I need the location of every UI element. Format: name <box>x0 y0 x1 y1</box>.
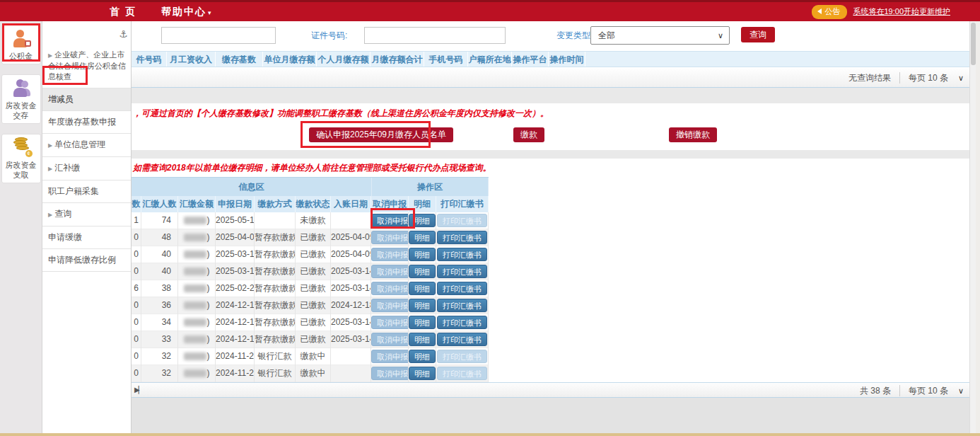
redacted-amount <box>184 268 206 275</box>
declare-date-cell: 2025-03-14 <box>216 246 255 263</box>
column-header: 缴存基数 <box>216 52 263 67</box>
sidebar-item-huanjiao[interactable]: 申请缓缴 <box>42 226 131 249</box>
anchor-pin-icon[interactable]: ⚓ <box>119 28 128 40</box>
entry-date-cell: 2024-12-18 <box>331 297 371 314</box>
cert-number-input[interactable] <box>364 27 506 44</box>
declare-date-cell: 2025-04-09 <box>216 229 255 246</box>
print-cell: 打印汇缴书 <box>436 280 489 297</box>
detail-cell: 明细 <box>409 348 436 365</box>
remit-people-cell: 36 <box>141 297 178 314</box>
top-nav-bar: 首 页 帮助中心▾ 公告 系统将在19:00开始更新维护 <box>0 0 980 21</box>
detail-button[interactable]: 明细 <box>409 299 436 312</box>
maintenance-notice-link[interactable]: 系统将在19:00开始更新维护 <box>853 6 950 17</box>
detail-cell: 明细 <box>409 331 436 348</box>
sidebar-item-hecha[interactable]: ▶企业破产、企业上市合法合规住房公积金信息核查 <box>42 44 131 88</box>
declare-date-cell: 2024-11-22 <box>216 348 255 365</box>
rail-item-gongjijin[interactable]: 公积金 <box>1 25 41 64</box>
detail-button[interactable]: 明细 <box>409 333 436 346</box>
coins-icon: ¢ <box>11 139 31 157</box>
change-type-select[interactable]: 全部 ∨ <box>590 26 730 45</box>
sidebar-item-chaxun[interactable]: ▶查询 <box>42 203 131 226</box>
pay-method-cell: 暂存款缴款 <box>255 246 296 263</box>
rail-item-label: 交存 <box>2 110 40 120</box>
chevron-down-icon: ▾ <box>208 9 211 16</box>
declare-date-cell: 2024-11-21 <box>216 365 255 382</box>
vertical-scrollbar[interactable] <box>969 21 976 433</box>
search-button[interactable]: 查询 <box>741 27 775 42</box>
amount-suffix: ) <box>207 317 210 327</box>
remittance-table-columns: 数汇缴人数汇缴金额申报日期缴款方式缴款状态入账日期取消申报明细打印汇缴书 <box>132 196 489 212</box>
cancel-declare-cell: 取消申报 <box>371 365 409 382</box>
amount-suffix: ) <box>207 215 210 225</box>
pay-method-cell: 暂存款缴款 <box>255 331 296 348</box>
print-remit-book-button[interactable]: 打印汇缴书 <box>437 316 487 329</box>
unit-filter-input[interactable] <box>161 27 276 44</box>
people-icon <box>11 79 31 98</box>
detail-button[interactable]: 明细 <box>409 214 436 227</box>
print-remit-book-button[interactable]: 打印汇缴书 <box>437 265 487 278</box>
detail-button[interactable]: 明细 <box>409 316 436 329</box>
members-table-header: 件号码月工资收入缴存基数单位月缴存额个人月缴存额月缴存额合计手机号码户籍所在地操… <box>132 51 969 67</box>
pay-status-cell: 已缴款 <box>296 229 331 246</box>
page-size-selector[interactable]: 每页 10 条 <box>909 385 948 397</box>
detail-button[interactable]: 明细 <box>409 350 436 363</box>
rail-item-fanggai-jiaocun[interactable]: 房改资金 交存 <box>1 74 41 124</box>
sidebar-item-jishu-shenbao[interactable]: 年度缴存基数申报 <box>42 111 131 134</box>
print-remit-book-button[interactable]: 打印汇缴书 <box>437 299 487 312</box>
main-content: 证件号码: 变更类型: 全部 ∨ 查询 件号码月工资收入缴存基数单位月缴存额个人… <box>132 21 969 436</box>
chevron-down-icon[interactable]: ∨ <box>958 386 964 396</box>
column-header: 数 <box>132 196 141 212</box>
detail-button[interactable]: 明细 <box>409 231 436 244</box>
sidebar-item-huji-caiji[interactable]: 职工户籍采集 <box>42 180 131 203</box>
nav-home[interactable]: 首 页 <box>110 2 136 21</box>
table-row: 174)2025-05-13未缴款取消申报明细打印汇缴书 <box>132 212 489 229</box>
empty-result-text: 无查询结果 <box>848 72 891 84</box>
print-remit-book-button[interactable]: 打印汇缴书 <box>437 231 487 244</box>
change-count-cell: 0 <box>132 331 141 348</box>
cancel-declare-cell: 取消申报 <box>371 246 409 263</box>
confirm-declare-button[interactable]: 确认申报2025年09月缴存人员名单 <box>309 127 453 142</box>
print-remit-book-button[interactable]: 打印汇缴书 <box>437 248 487 261</box>
rail-item-fanggai-zhiqu[interactable]: ¢ 房改资金 支取 <box>1 134 41 183</box>
sidebar-item-huibujiao[interactable]: ▶汇补缴 <box>42 157 131 180</box>
amount-suffix: ) <box>207 266 210 276</box>
table-row: 032)2024-11-21银行汇款缴款中取消申报明细打印汇缴书 <box>132 365 489 382</box>
table-row: 036)2024-12-18暂存款缴款已缴款2024-12-18取消申报明细打印… <box>132 297 489 314</box>
sidebar-item-danwei-xinxi[interactable]: ▶单位信息管理 <box>42 134 131 157</box>
print-remit-book-button: 打印汇缴书 <box>437 214 487 227</box>
amount-suffix: ) <box>207 300 210 310</box>
rail-item-label: 房改资金 <box>2 160 40 170</box>
column-header: 件号码 <box>132 52 167 67</box>
remit-people-cell: 38 <box>141 280 178 297</box>
print-remit-book-button[interactable]: 打印汇缴书 <box>437 333 487 346</box>
scroll-to-end-icon[interactable]: ▶▏ <box>134 386 142 394</box>
remit-amount-cell: ) <box>178 314 216 331</box>
detail-button[interactable]: 明细 <box>409 265 436 278</box>
pay-status-cell: 缴款中 <box>296 348 331 365</box>
column-header: 户籍所在地 <box>468 52 512 67</box>
cancel-declare-button[interactable]: 取消申报 <box>371 214 409 227</box>
page-size-selector[interactable]: 每页 10 条 <box>909 72 948 84</box>
scrollbar-thumb[interactable] <box>971 23 976 65</box>
amount-suffix: ) <box>207 283 210 293</box>
print-cell: 打印汇缴书 <box>436 365 489 382</box>
sidebar-item-jiangdi-bili[interactable]: 申请降低缴存比例 <box>42 249 131 272</box>
change-count-cell: 0 <box>132 348 141 365</box>
detail-button[interactable]: 明细 <box>409 367 436 380</box>
pay-method-cell: 暂存款缴款 <box>255 229 296 246</box>
pay-method-cell: 暂存款缴款 <box>255 297 296 314</box>
detail-button[interactable]: 明细 <box>409 282 436 295</box>
detail-button[interactable]: 明细 <box>409 248 436 261</box>
table-row: 033)2024-12-12暂存款缴款已缴款2025-03-14取消申报明细打印… <box>132 331 489 348</box>
detail-cell: 明细 <box>409 212 436 229</box>
nav-help-center[interactable]: 帮助中心▾ <box>161 2 211 21</box>
entry-date-cell: 2025-03-14 <box>331 314 371 331</box>
cancel-payment-button[interactable]: 撤销缴款 <box>669 127 717 142</box>
sidebar-item-zengjianyuan[interactable]: 增减员 <box>42 88 131 111</box>
pay-button[interactable]: 缴款 <box>513 127 544 142</box>
declare-date-cell: 2025-03-14 <box>216 263 255 280</box>
chevron-down-icon[interactable]: ∨ <box>958 74 964 83</box>
declare-date-cell: 2024-12-13 <box>216 314 255 331</box>
pay-status-cell: 已缴款 <box>296 263 331 280</box>
print-remit-book-button[interactable]: 打印汇缴书 <box>437 282 487 295</box>
